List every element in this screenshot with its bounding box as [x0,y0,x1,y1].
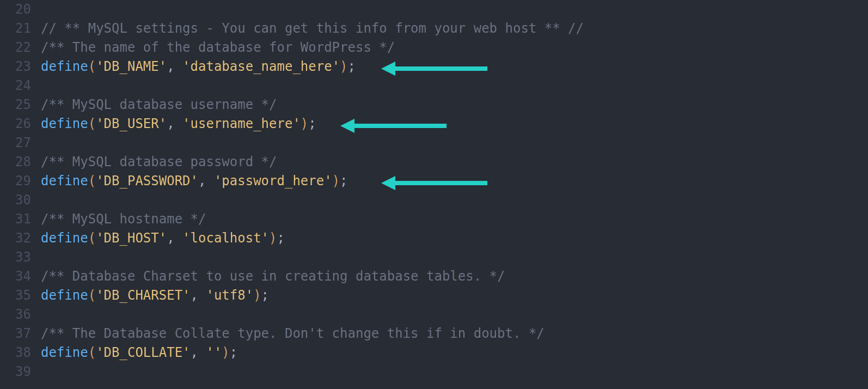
token: ( [88,173,96,189]
token: 'DB_USER' [96,116,167,131]
token: , [191,345,206,360]
token: 'password_here' [214,173,332,189]
code-line[interactable]: /** The Database Collate type. Don't cha… [41,324,868,343]
token: '' [206,345,222,360]
code-line[interactable] [41,191,868,210]
line-number: 25 [0,95,31,114]
code-line[interactable]: define('DB_COLLATE', ''); [41,343,868,362]
token: 'username_here' [182,116,301,131]
token: /** MySQL hostname */ [41,211,206,227]
line-number-gutter: 2021222324252627282930313233343536373839 [0,0,41,389]
line-number: 29 [0,172,31,191]
code-line[interactable] [41,0,868,19]
code-line[interactable]: /** MySQL database password */ [41,153,868,172]
token: 'database_name_here' [182,59,340,74]
token: 'DB_PASSWORD' [96,173,198,189]
token: define [41,288,88,303]
code-line[interactable] [41,305,868,324]
code-line[interactable] [41,133,868,153]
code-line[interactable]: /** MySQL hostname */ [41,210,868,229]
line-number: 23 [0,57,31,76]
token: ( [88,116,96,131]
line-number: 36 [0,305,31,324]
code-line[interactable]: /** Database Charset to use in creating … [41,267,868,286]
token: ; [308,116,316,131]
code-line[interactable]: define('DB_CHARSET', 'utf8'); [41,286,868,305]
token: ) [301,116,308,131]
token: ( [88,59,96,74]
token: , [167,59,182,74]
line-number: 33 [0,248,31,267]
line-number: 35 [0,286,31,305]
token: /** The Database Collate type. Don't cha… [41,326,545,341]
token: /** Database Charset to use in creating … [41,269,505,284]
token: define [41,59,88,74]
token: 'DB_NAME' [96,59,167,74]
token: 'utf8' [206,288,253,303]
token: /** MySQL database username */ [41,97,277,112]
code-line[interactable]: /** MySQL database username */ [41,95,868,114]
token: , [191,288,206,303]
code-line[interactable]: define('DB_PASSWORD', 'password_here'); [41,172,868,191]
token: 'DB_COLLATE' [96,345,190,360]
token: ; [230,345,237,360]
line-number: 31 [0,210,31,229]
code-line[interactable] [41,248,868,267]
token: ) [340,59,347,74]
line-number: 24 [0,76,31,95]
token: ) [332,173,340,189]
line-number: 30 [0,191,31,210]
code-line[interactable] [41,76,868,95]
line-number: 20 [0,0,31,19]
token: ; [340,173,347,189]
token: define [41,230,88,246]
code-line[interactable]: define('DB_HOST', 'localhost'); [41,229,868,248]
token: ( [88,230,96,246]
token: 'DB_HOST' [96,230,167,246]
token: ; [348,59,356,74]
code-editor[interactable]: 2021222324252627282930313233343536373839… [0,0,868,389]
token: ( [88,345,96,360]
token: define [41,173,88,189]
token: , [167,230,182,246]
token: define [41,345,88,360]
token: // ** MySQL settings - You can get this … [41,21,584,36]
token: ) [269,230,277,246]
token: 'localhost' [182,230,269,246]
token: 'DB_CHARSET' [96,288,190,303]
token: ; [261,288,269,303]
code-line[interactable] [41,362,868,381]
line-number: 21 [0,19,31,38]
line-number: 28 [0,153,31,172]
line-number: 39 [0,362,31,381]
token: ) [253,288,261,303]
line-number: 22 [0,38,31,57]
token: ( [88,288,96,303]
code-line[interactable]: /** The name of the database for WordPre… [41,38,868,57]
line-number: 37 [0,324,31,343]
code-line[interactable]: define('DB_NAME', 'database_name_here'); [41,57,868,76]
line-number: 34 [0,267,31,286]
line-number: 32 [0,229,31,248]
token: /** MySQL database password */ [41,154,277,169]
line-number: 26 [0,114,31,133]
code-area[interactable]: // ** MySQL settings - You can get this … [41,0,868,389]
token: /** The name of the database for WordPre… [41,40,395,55]
token: ) [222,345,229,360]
line-number: 38 [0,343,31,362]
code-line[interactable]: // ** MySQL settings - You can get this … [41,19,868,38]
token: , [167,116,182,131]
code-line[interactable]: define('DB_USER', 'username_here'); [41,114,868,133]
token: , [198,173,214,189]
line-number: 27 [0,133,31,153]
token: define [41,116,88,131]
token: ; [277,230,285,246]
